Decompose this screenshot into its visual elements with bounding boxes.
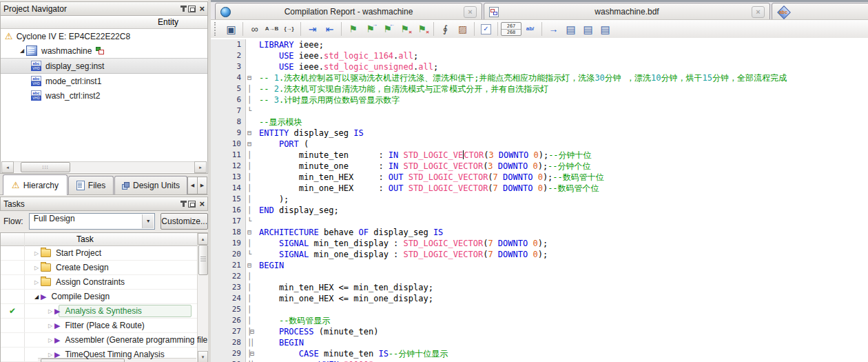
- scroll-right-icon[interactable]: ▸: [194, 161, 207, 173]
- expander-icon[interactable]: ▷: [46, 337, 54, 343]
- line-count-indicator[interactable]: 267268: [501, 22, 521, 36]
- attach-file-button[interactable]: ∮: [437, 21, 454, 37]
- expander-icon[interactable]: ◢: [18, 48, 26, 54]
- code-line[interactable]: 5│-- 2.洗衣机可实现自清洗功能，自清洗模式与正常模式分开，并有自洗指示灯: [211, 83, 868, 94]
- scrollbar-thumb[interactable]: [198, 245, 208, 275]
- task-row[interactable]: ▷Create Design: [1, 261, 208, 275]
- fold-marker[interactable]: ⊟: [246, 139, 259, 150]
- tab-scroll-right-icon[interactable]: ▶: [197, 177, 207, 194]
- code-line[interactable]: 9⊟ENTITY display_seg IS: [211, 128, 868, 139]
- code-line[interactable]: 20└ SIGNAL min_one_display : STD_LOGIC_V…: [211, 249, 868, 260]
- fold-marker[interactable]: ⊟: [246, 72, 259, 83]
- analyze-syntax-button[interactable]: ✓: [477, 21, 495, 37]
- task-row[interactable]: ◢▶Compile Design: [1, 290, 208, 304]
- code-line[interactable]: 11│ minute_ten : IN STD_LOGIC_VECTOR(3 D…: [211, 150, 868, 161]
- float-window-icon[interactable]: [188, 201, 196, 208]
- code-line[interactable]: 18⊟ARCHITECTURE behave OF display_seg IS: [211, 227, 868, 238]
- expander-icon[interactable]: ▷: [32, 250, 41, 257]
- close-icon[interactable]: ×: [752, 6, 765, 18]
- code-line[interactable]: 27│⊟ PROCESS (minute_ten): [211, 326, 868, 337]
- code-line[interactable]: 25│: [211, 304, 868, 315]
- chevron-down-icon[interactable]: ▼: [142, 214, 154, 228]
- code-line[interactable]: 2 USE ieee.std_logic_1164.all;: [211, 50, 868, 61]
- close-icon[interactable]: ×: [464, 6, 477, 18]
- task-row[interactable]: ▷Start Project: [1, 246, 208, 261]
- scroll-left-icon[interactable]: ◂: [1, 161, 14, 173]
- flow-select[interactable]: Full Design ▼: [29, 213, 156, 230]
- code-line[interactable]: 15│ );: [211, 194, 868, 205]
- code-line[interactable]: 1LIBRARY ieee;: [211, 39, 868, 50]
- pin-icon[interactable]: [183, 6, 185, 12]
- expander-icon[interactable]: ▷: [46, 323, 54, 329]
- tab-hierarchy[interactable]: ⚠ Hierarchy: [3, 174, 68, 195]
- code-line[interactable]: 3 USE ieee.std_logic_unsigned.all;: [211, 61, 868, 72]
- task-row[interactable]: ▷Assign Constraints: [1, 275, 208, 290]
- fold-marker[interactable]: ⊟: [246, 128, 259, 139]
- code-line[interactable]: 12│ minute_one : IN STD_LOGIC_VECTOR(3 D…: [211, 161, 868, 172]
- page-template-button[interactable]: ▤: [579, 21, 597, 37]
- code-line[interactable]: 10⊟ PORT (: [211, 139, 868, 150]
- tree-item[interactable]: ⚠Cyclone IV E: EP4CE22E22C8: [1, 29, 207, 43]
- toggle-bookmark-button[interactable]: ⚑: [344, 21, 362, 37]
- code-line[interactable]: 13│ min_ten_HEX : OUT STD_LOGIC_VECTOR(7…: [211, 172, 868, 183]
- code-line[interactable]: 19│ SIGNAL min_ten_display : STD_LOGIC_V…: [211, 238, 868, 249]
- tree-item[interactable]: abcVHDwash_ctrl:inst2: [1, 88, 207, 103]
- delete-all-bookmarks-button[interactable]: ⚑×: [413, 21, 431, 37]
- tree-item[interactable]: ◢washmachine: [1, 43, 207, 58]
- tab-files[interactable]: Files: [68, 176, 114, 194]
- task-row[interactable]: ▷▶Fitter (Place & Route): [1, 319, 208, 333]
- code-line[interactable]: 30││ WHEN "0000" =>: [211, 359, 868, 362]
- scroll-down-icon[interactable]: ▾: [198, 351, 208, 362]
- code-line[interactable]: 17└: [211, 216, 868, 227]
- match-brace-button[interactable]: {→}: [280, 21, 298, 37]
- task-row[interactable]: ✔▷▶Analysis & Synthesis: [1, 304, 208, 319]
- editor-tab[interactable]: abc: [772, 3, 868, 21]
- code-line[interactable]: 7└: [211, 105, 868, 117]
- tab-scroll-left-icon[interactable]: ◀: [187, 177, 198, 194]
- tree-item[interactable]: abcVHDdisplay_seg:inst: [1, 58, 207, 74]
- next-bookmark-button[interactable]: ⚑→: [362, 21, 379, 37]
- unindent-button[interactable]: ⇤: [321, 21, 338, 37]
- replace-button[interactable]: A→B: [263, 21, 280, 37]
- comment-button[interactable]: ab/: [521, 21, 539, 37]
- editor-tab-compilation-report-washmachine[interactable]: Compilation Report - washmachine×: [215, 3, 482, 21]
- close-icon[interactable]: ×: [199, 6, 205, 12]
- window-layout-button[interactable]: ▤: [597, 21, 614, 37]
- scroll-up-icon[interactable]: ▴: [198, 233, 208, 245]
- open-in-new-window-button[interactable]: ▣: [223, 21, 240, 37]
- code-editor[interactable]: 1LIBRARY ieee;2 USE ieee.std_logic_1164.…: [211, 38, 868, 362]
- indent-button[interactable]: ⇥: [304, 21, 321, 37]
- fold-marker[interactable]: ⊟: [246, 260, 259, 271]
- code-line[interactable]: 8--显示模块: [211, 117, 868, 128]
- code-line[interactable]: 29│⊟ CASE minute_ten IS--分钟十位显示: [211, 348, 868, 359]
- expander-icon[interactable]: ▷: [46, 352, 54, 358]
- fold-marker[interactable]: │⊟: [246, 326, 259, 337]
- float-window-icon[interactable]: [188, 6, 196, 12]
- previous-bookmark-button[interactable]: ⚑←: [379, 21, 396, 37]
- task-column-header[interactable]: Task: [1, 233, 208, 246]
- customize-button[interactable]: Customize...: [161, 213, 208, 230]
- pin-icon[interactable]: [183, 201, 185, 207]
- code-line[interactable]: 14│ min_one_HEX : OUT STD_LOGIC_VECTOR(7…: [211, 183, 868, 194]
- expander-icon[interactable]: ▷: [32, 265, 41, 271]
- find-button[interactable]: ∞: [246, 21, 263, 37]
- task-row[interactable]: ▷▶Assembler (Generate programming file: [1, 333, 208, 348]
- delete-bookmark-button[interactable]: ⚑×: [396, 21, 413, 37]
- code-line[interactable]: 24│ min_one_HEX <= min_one_display;: [211, 293, 868, 304]
- expander-icon[interactable]: ▷: [32, 279, 41, 285]
- goto-button[interactable]: →: [545, 21, 562, 37]
- scrollbar-thumb[interactable]: ⁞⁞⁞: [21, 162, 70, 172]
- code-line[interactable]: 21⊟BEGIN: [211, 260, 868, 271]
- code-line[interactable]: 23│ min_ten_HEX <= min_ten_display;: [211, 282, 868, 293]
- tab-design-units[interactable]: Design Units: [114, 176, 187, 194]
- fold-marker[interactable]: │⊟: [246, 348, 259, 359]
- fold-marker[interactable]: ⊟: [246, 227, 259, 238]
- toolbar-grip[interactable]: [214, 22, 219, 36]
- expander-icon[interactable]: ◢: [32, 294, 41, 300]
- outline-view-button[interactable]: ▤: [562, 21, 579, 37]
- code-line[interactable]: 16│END display_seg;: [211, 205, 868, 216]
- entity-column-header[interactable]: Entity: [1, 16, 207, 29]
- tree-item[interactable]: abcVHDmode_ctrl:inst1: [1, 74, 207, 88]
- tree-horizontal-scrollbar[interactable]: ◂ ⁞⁞⁞ ▸: [1, 161, 207, 172]
- code-line[interactable]: 4⊟-- 1.洗衣机控制器可以驱动洗衣机进行洗涤、漂洗和供干;并能点亮相应功能指…: [211, 72, 868, 83]
